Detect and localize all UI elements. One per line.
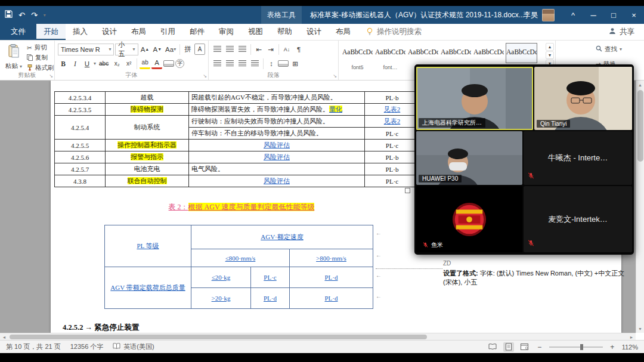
maximize-button[interactable]: □ xyxy=(603,6,624,24)
phonetic-guide-button[interactable]: 拼 xyxy=(182,44,193,55)
page-indicator[interactable]: 第 10 页，共 21 页 xyxy=(6,342,61,351)
horizontal-scroll-thumb[interactable] xyxy=(10,335,427,339)
share-button[interactable]: 共享 xyxy=(599,24,644,40)
gallery-down-icon[interactable]: ▾ xyxy=(546,51,554,59)
tab-design[interactable]: 设计 xyxy=(95,24,124,40)
vertical-scroll-thumb[interactable] xyxy=(637,90,643,162)
table-resize-handle[interactable] xyxy=(405,188,410,193)
zoom-out-button[interactable]: − xyxy=(535,343,544,351)
section-heading[interactable]: 4.2.5.2 → 紧急停止装置 xyxy=(63,323,139,333)
video-conference-overlay[interactable]: 上海电器科学研究所… Qin Tianyi HUAWEI P30 xyxy=(414,64,634,255)
minimize-button[interactable]: ─ xyxy=(583,6,603,24)
tab-review[interactable]: 审阅 xyxy=(212,24,241,40)
horizontal-scrollbar[interactable]: ◄ ► xyxy=(0,333,636,340)
align-right-button[interactable] xyxy=(237,58,248,69)
font-dialog-launcher[interactable]: ↘ xyxy=(203,73,207,79)
bold-button[interactable]: B xyxy=(58,58,69,69)
cut-button[interactable]: ✂剪切 xyxy=(27,43,51,52)
style-item[interactable]: AaBbCcDdI xyxy=(374,43,406,63)
paste-button[interactable]: 粘贴 ▾ xyxy=(3,43,24,72)
print-layout-button[interactable] xyxy=(503,342,514,352)
tab-table-layout[interactable]: 布局 xyxy=(329,24,358,40)
style-item-selected[interactable]: AaBbCcDc xyxy=(506,43,537,63)
style-item[interactable]: AaBbCcDc xyxy=(342,43,373,63)
participant-tile[interactable]: 鱼米 xyxy=(416,186,522,252)
shading-button[interactable] xyxy=(278,60,289,67)
tab-help[interactable]: 帮助 xyxy=(270,24,299,40)
multilevel-list-button[interactable] xyxy=(237,44,248,55)
tab-mailings[interactable]: 邮件 xyxy=(182,24,212,40)
change-case-button[interactable]: Aa▾ xyxy=(164,44,177,55)
revision-comment[interactable]: ZD 设置了格式: 字体: (默认) Times New Roman, (中文)… xyxy=(443,259,625,287)
undo-icon[interactable]: ↶ xyxy=(18,11,25,20)
tab-view[interactable]: 视图 xyxy=(241,24,270,40)
align-left-button[interactable] xyxy=(212,58,223,69)
strikethrough-button[interactable]: abc xyxy=(97,58,110,69)
redo-icon[interactable]: ↷ xyxy=(31,11,38,20)
tell-me-search[interactable]: 操作说明搜索 xyxy=(358,24,430,40)
qat-customize-icon[interactable]: ▾ xyxy=(44,13,46,18)
find-button[interactable]: 查找 ▾ xyxy=(596,45,622,54)
text-highlight-button[interactable]: ab xyxy=(140,58,150,69)
tab-table-design[interactable]: 设计 xyxy=(299,24,329,40)
scroll-down-icon[interactable]: ▼ xyxy=(636,324,644,333)
participant-tile[interactable]: HUAWEI P30 xyxy=(416,131,522,185)
style-item[interactable]: AaBbCcDc xyxy=(473,43,504,63)
participant-tile[interactable]: 牛曦杰 - Interte… xyxy=(524,131,632,185)
bullet-list-button[interactable] xyxy=(212,44,223,55)
font-color-button[interactable]: A xyxy=(151,58,162,69)
line-spacing-button[interactable]: ↕ xyxy=(266,58,277,69)
decrease-indent-button[interactable]: ⇤ xyxy=(253,44,264,55)
language-indicator[interactable]: 英语(美国) xyxy=(113,342,154,351)
character-border-button[interactable]: A xyxy=(194,44,205,55)
close-button[interactable]: × xyxy=(624,6,644,24)
font-size-select[interactable]: 小五▾ xyxy=(115,44,138,55)
justify-button[interactable] xyxy=(249,58,261,69)
italic-button[interactable]: I xyxy=(70,58,80,69)
show-marks-button[interactable]: ¶ xyxy=(293,44,304,55)
user-avatar[interactable] xyxy=(542,9,555,21)
tab-insert[interactable]: 插入 xyxy=(66,24,95,40)
gallery-up-icon[interactable]: ▴ xyxy=(546,43,554,51)
participant-tile[interactable]: Qin Tianyi xyxy=(534,67,632,130)
read-mode-button[interactable] xyxy=(487,342,498,352)
participant-tile[interactable]: 麦竞文-Intertek… xyxy=(524,186,632,252)
sort-button[interactable]: A↓ xyxy=(281,44,292,55)
ribbon-display-options-button[interactable]: ^ xyxy=(563,6,583,24)
underline-caret-icon[interactable]: ▾ xyxy=(94,61,96,66)
tab-home[interactable]: 开始 xyxy=(36,24,66,40)
style-item[interactable]: AaBbCcDdEe xyxy=(407,43,439,63)
grow-font-button[interactable]: A▲ xyxy=(140,44,151,55)
highlighted-text: 报警与指示 xyxy=(131,153,163,160)
enclose-characters-button[interactable]: 字 xyxy=(175,59,184,68)
scroll-up-icon[interactable]: ▲ xyxy=(636,81,644,89)
paragraph-dialog-launcher[interactable]: ↘ xyxy=(333,73,337,79)
underline-button[interactable]: U xyxy=(82,58,92,69)
participant-tile-active-speaker[interactable]: 上海电器科学研究所… xyxy=(416,67,533,130)
table2-caption[interactable]: 表 2：根据 AGV 速度与质量判定最低性能等级 xyxy=(104,202,379,212)
copy-button[interactable]: 复制 xyxy=(27,53,51,63)
vertical-scrollbar[interactable]: ▲ ▼ xyxy=(636,81,644,333)
zoom-level[interactable]: 112% xyxy=(622,344,638,351)
increase-indent-button[interactable]: ⇥ xyxy=(265,44,276,55)
tab-file[interactable]: 文件 xyxy=(0,24,36,40)
tab-layout[interactable]: 布局 xyxy=(124,24,153,40)
align-center-button[interactable] xyxy=(224,58,236,69)
font-family-select[interactable]: Times New R▾ xyxy=(58,44,114,55)
clipboard-dialog-launcher[interactable]: ↘ xyxy=(49,73,53,79)
borders-button[interactable]: ⊞ xyxy=(290,58,301,69)
zoom-slider-thumb[interactable] xyxy=(580,344,583,350)
tab-references[interactable]: 引用 xyxy=(153,24,182,40)
shrink-font-button[interactable]: A▼ xyxy=(151,44,163,55)
character-shading-button[interactable] xyxy=(163,60,174,67)
word-count[interactable]: 12356 个字 xyxy=(70,342,104,351)
zoom-in-button[interactable]: + xyxy=(608,343,617,351)
subscript-button[interactable]: x₂ xyxy=(112,58,122,69)
zoom-slider[interactable] xyxy=(549,346,603,348)
web-layout-button[interactable] xyxy=(519,342,530,352)
superscript-button[interactable]: x² xyxy=(123,58,134,69)
user-name[interactable]: 李昊 xyxy=(524,10,538,20)
save-icon[interactable] xyxy=(5,10,13,20)
numbered-list-button[interactable] xyxy=(224,44,236,55)
style-item[interactable]: AaBbCcDdEe xyxy=(440,43,472,63)
